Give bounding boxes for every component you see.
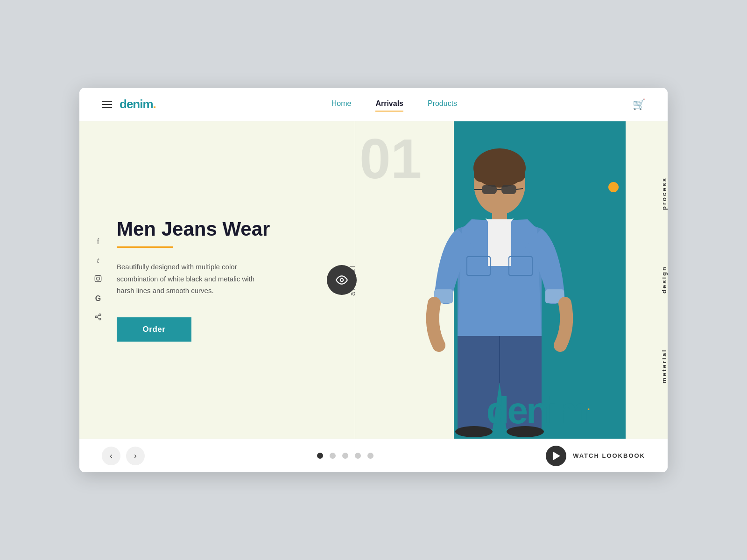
right-label-material[interactable]: meterial: [661, 345, 668, 387]
svg-rect-13: [501, 185, 516, 194]
order-button[interactable]: Order: [117, 317, 191, 342]
orange-dot: [608, 182, 619, 192]
nav-item-products[interactable]: Products: [428, 99, 457, 110]
svg-point-8: [340, 279, 344, 282]
svg-point-1: [97, 277, 100, 280]
instagram-icon[interactable]: [94, 275, 102, 284]
header: denim. Home Arrivals Products 🛒: [79, 88, 668, 121]
nav-arrows: ‹ ›: [102, 447, 145, 465]
main-content: f t G Men Jeans Wear Beautifully designe…: [79, 121, 668, 439]
dot-5[interactable]: [367, 453, 374, 459]
product-title: Men Jeans Wear: [117, 218, 294, 240]
header-left: denim.: [102, 97, 156, 112]
product-description: Beautifully designed with multiple color…: [117, 261, 266, 297]
svg-line-6: [97, 317, 99, 319]
watch-lookbook-label: WATCH LOOKBOOK: [573, 452, 645, 459]
google-icon[interactable]: G: [95, 294, 101, 303]
cart-icon[interactable]: 🛒: [633, 98, 645, 111]
svg-line-7: [97, 315, 99, 316]
logo-dot: .: [153, 97, 156, 111]
svg-rect-18: [488, 219, 511, 266]
brand-dot: .: [587, 400, 588, 413]
nav-item-home[interactable]: Home: [331, 99, 352, 110]
svg-rect-12: [482, 185, 497, 194]
right-label-process[interactable]: process: [661, 173, 668, 214]
dot-3[interactable]: [342, 453, 348, 459]
svg-point-4: [95, 316, 97, 318]
next-arrow-button[interactable]: ›: [126, 447, 145, 465]
right-label-design[interactable]: design: [661, 262, 668, 297]
brand-name: denim: [486, 390, 587, 431]
left-content: Men Jeans Wear Beautifully designed with…: [117, 121, 313, 439]
prev-arrow-button[interactable]: ‹: [102, 447, 120, 465]
svg-point-3: [99, 314, 101, 315]
hero-center: 01 artical: [313, 121, 626, 439]
svg-point-2: [99, 277, 100, 277]
dots-navigation: [145, 453, 546, 459]
logo[interactable]: denim.: [120, 97, 156, 112]
nav-item-arrivals[interactable]: Arrivals: [375, 99, 403, 110]
dot-1[interactable]: [317, 453, 323, 459]
svg-rect-0: [95, 275, 101, 281]
main-nav: Home Arrivals Products: [331, 99, 457, 110]
dot-2[interactable]: [330, 453, 336, 459]
social-sidebar: f t G: [79, 121, 117, 439]
twitter-icon[interactable]: t: [97, 256, 99, 265]
footer-bar: ‹ › WATCH LOOKBOOK: [79, 439, 668, 472]
facebook-icon[interactable]: f: [97, 238, 99, 246]
browser-window: denim. Home Arrivals Products 🛒 f t G Me…: [79, 88, 668, 472]
watch-lookbook[interactable]: WATCH LOOKBOOK: [546, 446, 645, 466]
dot-4[interactable]: [355, 453, 361, 459]
right-sidebar: process design meterial: [626, 121, 668, 439]
svg-rect-11: [474, 166, 525, 182]
svg-point-5: [99, 318, 101, 320]
play-button[interactable]: [546, 446, 566, 466]
share-icon[interactable]: [94, 313, 102, 322]
title-underline: [117, 246, 173, 248]
eye-button[interactable]: [327, 265, 357, 295]
logo-text: denim: [120, 97, 153, 111]
hamburger-icon[interactable]: [102, 101, 112, 108]
denim-brand-text: denim.: [486, 392, 588, 429]
